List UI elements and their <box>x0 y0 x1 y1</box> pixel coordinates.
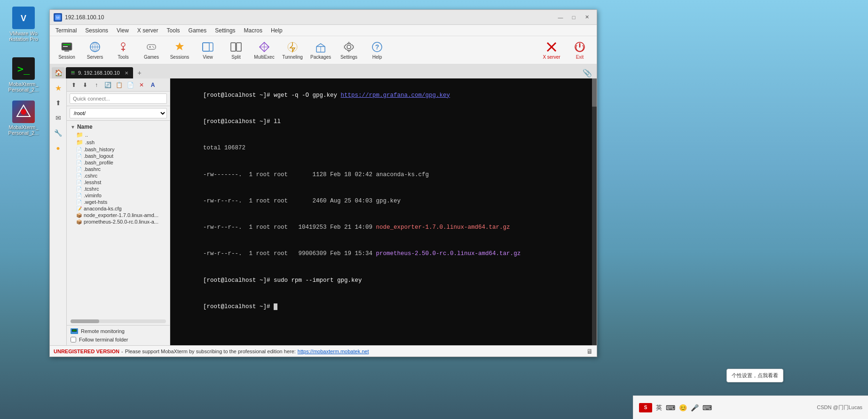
tree-item-tcshrc[interactable]: 📄 .tcshrc <box>67 186 170 192</box>
toolbar-help[interactable]: ? Help <box>364 39 390 62</box>
view-icon <box>201 40 214 54</box>
tree-item-anaconda[interactable]: 📝 anaconda-ks.cfg <box>67 205 170 212</box>
sidebar-scrollbar[interactable] <box>71 319 166 323</box>
new-tab-button[interactable]: + <box>134 67 145 78</box>
menu-settings[interactable]: Settings <box>211 26 239 35</box>
csdn-emoji-icon[interactable]: 😊 <box>679 404 687 411</box>
nav-envelope[interactable]: ✉ <box>52 111 65 124</box>
status-separator: - <box>121 349 123 354</box>
personalize-text: 个性设置，点我看看 <box>732 372 778 378</box>
tree-item-bash-profile[interactable]: 📄 .bash_profile <box>67 159 170 166</box>
tab-label: 9. 192.168.100.10 <box>78 70 120 76</box>
personalize-box[interactable]: 个性设置，点我看看 <box>726 369 783 382</box>
menu-sessions[interactable]: Sessions <box>81 26 112 35</box>
toolbar-view[interactable]: View <box>195 39 221 62</box>
tree-item-bash-logout[interactable]: 📄 .bash_logout <box>67 153 170 159</box>
svg-point-21 <box>153 47 154 48</box>
csdn-eng-label[interactable]: 英 <box>656 403 662 412</box>
sidebar-scrollbar-thumb <box>71 319 99 323</box>
term-line-node: -rw-r--r--. 1 root root 10419253 Feb 21 … <box>175 214 592 241</box>
csdn-keyboard-icon[interactable]: ⌨ <box>666 404 675 411</box>
tree-item-bashrc[interactable]: 📄 .bashrc <box>67 166 170 172</box>
toolbar-multiexec[interactable]: MultiExec <box>251 39 277 62</box>
close-button[interactable]: ✕ <box>581 13 593 22</box>
toolbar-sessions[interactable]: Sessions <box>166 39 193 62</box>
tunneling-label: Tunneling <box>282 54 303 60</box>
quick-connect-input[interactable] <box>70 93 167 104</box>
term-prompt-2: [root@localhost ~]# <box>203 118 274 125</box>
sidebar-upload-btn[interactable]: ⬆ <box>69 80 79 90</box>
menu-games[interactable]: Games <box>185 26 211 35</box>
minimize-button[interactable]: — <box>554 13 567 22</box>
nav-star[interactable]: ★ <box>52 81 65 94</box>
menu-terminal[interactable]: Terminal <box>52 26 80 35</box>
toolbar-packages[interactable]: Packages <box>308 39 334 62</box>
csdn-keyboard2-icon[interactable]: ⌨ <box>702 404 712 411</box>
mobaxterm-desktop-icon[interactable]: MobaXterm_Personal_2... <box>5 99 42 138</box>
follow-terminal-item[interactable]: Follow terminal folder <box>71 337 166 342</box>
left-nav: ★ ⬆ ✉ 🔧 ● <box>50 78 67 345</box>
toolbar-xserver[interactable]: X server <box>538 39 565 62</box>
toolbar-settings[interactable]: Settings <box>336 39 362 62</box>
sidebar-refresh-btn[interactable]: 🔄 <box>103 80 113 90</box>
tab-close-button[interactable]: ✕ <box>125 70 128 76</box>
toolbar-games[interactable]: Games <box>138 39 165 62</box>
terminal-desktop-icon[interactable]: >_ MobaXterm_Personal_2... <box>5 55 42 94</box>
sidebar-paste-btn[interactable]: 📄 <box>125 80 135 90</box>
menu-xserver[interactable]: X server <box>134 26 162 35</box>
follow-terminal-checkbox[interactable] <box>71 337 76 342</box>
toolbar-exit[interactable]: Exit <box>567 39 593 62</box>
terminal-scrollbar-thumb <box>592 78 597 107</box>
tree-collapse[interactable]: ▼ <box>71 124 75 130</box>
term-link-1[interactable]: https://rpm.grafana.com/gpg.key <box>341 92 450 99</box>
term-cmd-3: sudo rpm --import gpg.key <box>274 277 362 284</box>
svg-rect-9 <box>64 50 69 52</box>
menu-tools[interactable]: Tools <box>163 26 184 35</box>
tree-item-prometheus[interactable]: 📦 prometheus-2.50.0-rc.0.linux-a... <box>67 218 170 225</box>
packages-label: Packages <box>310 54 331 60</box>
menu-macros[interactable]: Macros <box>240 26 266 35</box>
clipboard-icon[interactable]: 📎 <box>580 68 595 78</box>
toolbar-tunneling[interactable]: Tunneling <box>279 39 306 62</box>
sessions-label: Sessions <box>170 54 189 60</box>
toolbar-split[interactable]: Split <box>223 39 249 62</box>
maximize-button[interactable]: □ <box>568 13 580 22</box>
tab-home-button[interactable]: 🏠 <box>52 67 65 78</box>
term-file-node-name: node_exporter-1.7.0.linux-amd64.tar.gz <box>376 224 510 231</box>
vmware-desktop-icon[interactable]: V VMware Wo rkstation Pro <box>5 5 42 44</box>
status-unregistered: UNREGISTERED VERSION <box>54 349 119 354</box>
remote-monitoring-item[interactable]: Remote monitoring <box>71 328 166 334</box>
nav-up[interactable]: ⬆ <box>52 96 65 109</box>
sidebar-download-btn[interactable]: ⬇ <box>80 80 90 90</box>
file-icon: 📄 <box>76 167 82 172</box>
nav-wrench[interactable]: 🔧 <box>52 126 65 140</box>
tree-item-label: .bashrc <box>84 166 101 172</box>
mobaxterm-icon-img <box>12 101 35 123</box>
path-selector[interactable]: /root/ <box>70 108 167 118</box>
tree-item-dotdot[interactable]: 📁 .. <box>67 131 170 139</box>
tree-item-wget-hsts[interactable]: 📄 .wget-hsts <box>67 199 170 205</box>
toolbar-session[interactable]: Session <box>54 39 80 62</box>
toolbar-servers[interactable]: Servers <box>82 39 108 62</box>
nav-circle[interactable]: ● <box>52 141 65 155</box>
menu-help[interactable]: Help <box>267 26 286 35</box>
tree-item-viminfo[interactable]: 📄 .viminfo <box>67 192 170 199</box>
toolbar-tools[interactable]: Tools <box>110 39 136 62</box>
status-link[interactable]: https://mobaxterm.mobatek.net <box>298 349 369 354</box>
tree-item-bash-history[interactable]: 📄 .bash_history <box>67 146 170 153</box>
sidebar-delete-btn[interactable]: ✕ <box>136 80 147 90</box>
terminal-scrollbar[interactable] <box>592 78 597 345</box>
svg-rect-17 <box>147 45 156 49</box>
terminal-output[interactable]: [root@localhost ~]# wget -q -O gpg.key h… <box>170 78 597 345</box>
tree-item-cshrc[interactable]: 📄 .cshrc <box>67 172 170 179</box>
tree-item-lesshst[interactable]: 📄 .lesshst <box>67 179 170 186</box>
menu-view[interactable]: View <box>113 26 133 35</box>
view-label: View <box>203 54 213 60</box>
sidebar-newfile-btn[interactable]: ↑ <box>91 80 102 90</box>
csdn-mic-icon[interactable]: 🎤 <box>691 404 699 411</box>
sidebar-copy-btn[interactable]: 📋 <box>114 80 124 90</box>
tree-item-ssh[interactable]: 📁 .ssh <box>67 139 170 146</box>
active-tab[interactable]: 9. 192.168.100.10 ✕ <box>66 67 133 78</box>
tree-item-node-exporter[interactable]: 📦 node_exporter-1.7.0.linux-amd... <box>67 212 170 218</box>
sidebar-filter-btn[interactable]: A <box>148 80 158 90</box>
